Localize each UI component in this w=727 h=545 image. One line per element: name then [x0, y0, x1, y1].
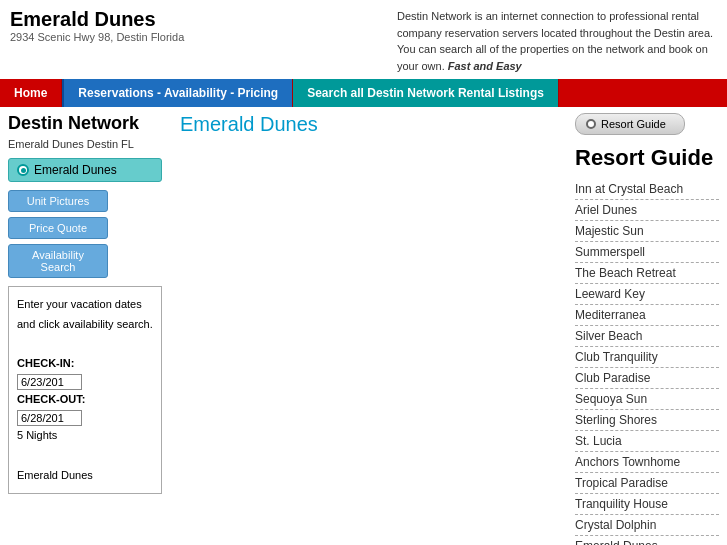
vacation-intro: Enter your vacation dates and click avai…	[17, 295, 153, 335]
vacation-dates-box: Enter your vacation dates and click avai…	[8, 286, 162, 494]
left-sidebar: Destin Network Emerald Dunes Destin FL E…	[0, 113, 170, 545]
resort-guide-item[interactable]: Tropical Paradise	[575, 473, 719, 494]
resort-guide-item[interactable]: Club Paradise	[575, 368, 719, 389]
unit-pictures-button[interactable]: Unit Pictures	[8, 190, 108, 212]
page-header: Emerald Dunes 2934 Scenic Hwy 98, Destin…	[0, 0, 727, 79]
selected-property: Emerald Dunes	[8, 158, 162, 182]
resort-guide-item[interactable]: Club Tranquility	[575, 347, 719, 368]
selected-property-label: Emerald Dunes	[34, 163, 117, 177]
header-right: Destin Network is an internet connection…	[397, 8, 717, 74]
resort-guide-list: Inn at Crystal BeachAriel DunesMajestic …	[575, 179, 719, 545]
header-description: Destin Network is an internet connection…	[397, 10, 713, 72]
resort-guide-item[interactable]: Summerspell	[575, 242, 719, 263]
nights-count: 5 Nights	[17, 426, 153, 446]
checkin-input[interactable]	[17, 374, 82, 390]
site-title: Emerald Dunes	[10, 8, 184, 31]
site-address: 2934 Scenic Hwy 98, Destin Florida	[10, 31, 184, 43]
main-content: Destin Network Emerald Dunes Destin FL E…	[0, 107, 727, 545]
resort-guide-item[interactable]: Inn at Crystal Beach	[575, 179, 719, 200]
resort-guide-item[interactable]: Sterling Shores	[575, 410, 719, 431]
resort-guide-item[interactable]: Crystal Dolphin	[575, 515, 719, 536]
resort-guide-item[interactable]: Majestic Sun	[575, 221, 719, 242]
resort-guide-item[interactable]: Leeward Key	[575, 284, 719, 305]
nav-home[interactable]: Home	[0, 79, 62, 107]
resort-guide-item[interactable]: St. Lucia	[575, 431, 719, 452]
resort-guide-radio-icon	[586, 119, 596, 129]
resort-guide-item[interactable]: Anchors Townhome	[575, 452, 719, 473]
header-left: Emerald Dunes 2934 Scenic Hwy 98, Destin…	[10, 8, 184, 43]
vacation-property: Emerald Dunes	[17, 466, 153, 486]
breadcrumb: Emerald Dunes Destin FL	[8, 138, 162, 150]
resort-guide-item[interactable]: Tranquility House	[575, 494, 719, 515]
header-tagline: Fast and Easy	[448, 60, 522, 72]
price-quote-button[interactable]: Price Quote	[8, 217, 108, 239]
center-content: Emerald Dunes	[170, 113, 567, 545]
navigation-bar: Home Reservations - Availability - Prici…	[0, 79, 727, 107]
property-title: Emerald Dunes	[180, 113, 557, 136]
resort-guide-item[interactable]: The Beach Retreat	[575, 263, 719, 284]
nav-reservations[interactable]: Reservations - Availability - Pricing	[62, 79, 293, 107]
checkout-input[interactable]	[17, 410, 82, 426]
resort-guide-button[interactable]: Resort Guide	[575, 113, 685, 135]
checkout-label: CHECK-OUT:	[17, 393, 85, 405]
resort-guide-item[interactable]: Ariel Dunes	[575, 200, 719, 221]
resort-guide-item[interactable]: Mediterranea	[575, 305, 719, 326]
resort-guide-item[interactable]: Sequoya Sun	[575, 389, 719, 410]
nav-search[interactable]: Search all Destin Network Rental Listing…	[293, 79, 559, 107]
resort-guide-item[interactable]: Emerald Dunes	[575, 536, 719, 545]
right-sidebar: Resort Guide Resort Guide Inn at Crystal…	[567, 113, 727, 545]
checkin-label: CHECK-IN:	[17, 357, 74, 369]
radio-selected-icon	[17, 164, 29, 176]
resort-guide-heading: Resort Guide	[575, 145, 719, 171]
availability-search-button[interactable]: Availability Search	[8, 244, 108, 278]
sidebar-title: Destin Network	[8, 113, 162, 134]
resort-guide-item[interactable]: Silver Beach	[575, 326, 719, 347]
resort-guide-button-label: Resort Guide	[601, 118, 666, 130]
